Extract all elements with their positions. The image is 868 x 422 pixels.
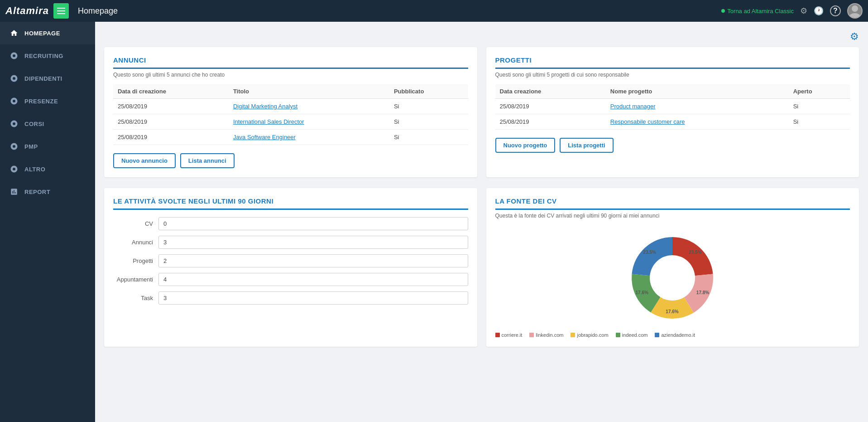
sidebar-item-presenze[interactable]: PRESENZE — [0, 90, 95, 112]
donut-segment-label: 17.6% — [636, 290, 648, 295]
sidebar-label-dipendenti: DIPENDENTI — [24, 75, 62, 82]
annunci-actions: Nuovo annuncio Lista annunci — [113, 153, 468, 168]
annunci-col-date: Data di creazione — [113, 84, 229, 99]
annunci-cell-published: Si — [389, 114, 468, 130]
sidebar-label-recruiting: RECRUITING — [24, 53, 63, 59]
top-panels-row: ANNUNCI Questo sono gli ultimi 5 annunci… — [104, 47, 859, 177]
donut-segment-label: 17.8% — [696, 290, 709, 295]
progetti-table-row: 25/08/2019 Product manager Si — [495, 99, 850, 114]
report-icon — [9, 187, 19, 197]
sidebar-item-recruiting[interactable]: RECRUITING — [0, 44, 95, 67]
annunci-cell-title[interactable]: Digital Marketing Analyst — [229, 99, 389, 114]
svg-point-13 — [13, 168, 15, 170]
annunci-cell-date: 25/08/2019 — [113, 130, 229, 145]
activity-field-task: Task 3 — [113, 291, 468, 305]
svg-point-11 — [13, 145, 15, 148]
activity-label: Annunci — [113, 239, 158, 246]
activities-title: LE ATTIVITÀ SVOLTE NEGLI ULTIMI 90 GIORN… — [113, 197, 468, 210]
annunci-cell-date: 25/08/2019 — [113, 99, 229, 114]
menu-toggle-button[interactable] — [53, 3, 69, 19]
recruiting-icon — [9, 51, 19, 61]
donut-segment-label: 17.6% — [666, 309, 679, 314]
sidebar-label-pmp: PMP — [24, 143, 38, 150]
donut-chart-container: 23.5%17.8%17.6%17.6%23.5% — [495, 228, 850, 328]
topbar-actions: Torna ad Altamira Classic ⚙ 🕐 ? — [721, 3, 863, 19]
annunci-cell-title[interactable]: International Sales Director — [229, 114, 389, 130]
progetti-col-open: Aperto — [789, 84, 850, 99]
progetti-col-date: Data creazione — [495, 84, 606, 99]
progetti-subtitle: Questi sono gli ultimi 5 progetti di cui… — [495, 72, 850, 78]
lista-progetti-button[interactable]: Lista progetti — [560, 138, 613, 153]
sidebar-item-dipendenti[interactable]: DIPENDENTI — [0, 67, 95, 90]
main-content: ⚙ ANNUNCI Questo sono gli ultimi 5 annun… — [95, 22, 868, 422]
annunci-cell-title[interactable]: Java Software Engineer — [229, 130, 389, 145]
activity-field-cv: CV 0 — [113, 217, 468, 230]
app-layout: HOMEPAGE RECRUITING DIPENDENTI PRESENZE — [0, 22, 868, 422]
progetti-cell-name[interactable]: Product manager — [606, 99, 789, 114]
altro-icon — [9, 164, 19, 174]
chart-legend: corriere.it linkedin.com jobrapido.com i… — [495, 332, 850, 338]
progetti-cell-date: 25/08/2019 — [495, 114, 606, 130]
activity-field-annunci: Annunci 3 — [113, 236, 468, 249]
progetti-table: Data creazione Nome progetto Aperto 25/0… — [495, 84, 850, 130]
progetti-cell-open: Si — [789, 114, 850, 130]
clock-icon[interactable]: 🕐 — [814, 6, 824, 16]
classic-link-text: Torna ad Altamira Classic — [727, 8, 794, 15]
activity-field-appuntamenti: Appuntamenti 4 — [113, 273, 468, 286]
legend-label: aziendademo.it — [661, 332, 695, 338]
annunci-panel: ANNUNCI Questo sono gli ultimi 5 annunci… — [104, 47, 477, 177]
bottom-panels-row: LE ATTIVITÀ SVOLTE NEGLI ULTIMI 90 GIORN… — [104, 188, 859, 347]
legend-item: jobrapido.com — [571, 332, 608, 338]
sidebar-label-report: REPORT — [24, 189, 50, 195]
svg-point-5 — [13, 77, 15, 80]
dashboard-settings-button[interactable]: ⚙ — [850, 31, 859, 43]
annunci-table-row: 25/08/2019 Digital Marketing Analyst Si — [113, 99, 468, 114]
legend-item: linkedin.com — [529, 332, 563, 338]
nuovo-progetto-button[interactable]: Nuovo progetto — [495, 138, 556, 153]
app-logo: Altamira — [5, 5, 49, 17]
settings-icon[interactable]: ⚙ — [800, 6, 807, 16]
annunci-table-row: 25/08/2019 Java Software Engineer Si — [113, 130, 468, 145]
annunci-subtitle: Questo sono gli ultimi 5 annunci che ho … — [113, 72, 468, 78]
progetti-table-row: 25/08/2019 Responsabile customer care Si — [495, 114, 850, 130]
progetti-cell-name[interactable]: Responsabile customer care — [606, 114, 789, 130]
annunci-cell-published: Si — [389, 99, 468, 114]
annunci-cell-published: Si — [389, 130, 468, 145]
legend-dot — [529, 333, 534, 337]
progetti-actions: Nuovo progetto Lista progetti — [495, 138, 850, 153]
home-icon — [9, 28, 19, 38]
cv-source-panel: LA FONTE DEI CV Questa è la fonte dei CV… — [486, 188, 859, 347]
sidebar-item-report[interactable]: REPORT — [0, 180, 95, 203]
presenze-icon — [9, 96, 19, 106]
nuovo-annuncio-button[interactable]: Nuovo annuncio — [113, 153, 176, 168]
legend-label: indeed.com — [622, 332, 648, 338]
donut-center — [654, 260, 691, 296]
sidebar-label-corsi: CORSI — [24, 121, 44, 127]
page-title: Homepage — [78, 6, 721, 16]
sidebar-item-corsi[interactable]: CORSI — [0, 112, 95, 135]
topbar: Altamira Homepage Torna ad Altamira Clas… — [0, 0, 868, 22]
cv-source-title: LA FONTE DEI CV — [495, 197, 850, 210]
legend-label: jobrapido.com — [577, 332, 608, 338]
activity-value: 4 — [158, 273, 468, 286]
donut-chart: 23.5%17.8%17.6%17.6%23.5% — [623, 228, 722, 328]
sidebar-item-altro[interactable]: ALTRO — [0, 158, 95, 180]
activity-value: 3 — [158, 291, 468, 305]
user-avatar[interactable] — [847, 3, 863, 19]
annunci-cell-date: 25/08/2019 — [113, 114, 229, 130]
lista-annunci-button[interactable]: Lista annunci — [180, 153, 235, 168]
legend-item: corriere.it — [495, 332, 523, 338]
activity-field-progetti: Progetti 2 — [113, 254, 468, 267]
classic-link[interactable]: Torna ad Altamira Classic — [721, 8, 794, 15]
svg-point-9 — [13, 122, 15, 125]
sidebar-item-pmp[interactable]: PMP — [0, 135, 95, 158]
donut-segment-label: 23.5% — [643, 250, 656, 255]
svg-point-1 — [849, 13, 860, 18]
activity-label: Appuntamenti — [113, 276, 158, 283]
svg-point-7 — [13, 100, 15, 102]
sidebar-item-homepage[interactable]: HOMEPAGE — [0, 22, 95, 44]
corsi-icon — [9, 119, 19, 129]
help-icon[interactable]: ? — [830, 5, 841, 16]
legend-item: aziendademo.it — [655, 332, 695, 338]
annunci-table: Data di creazione Titolo Pubblicato 25/0… — [113, 84, 468, 145]
